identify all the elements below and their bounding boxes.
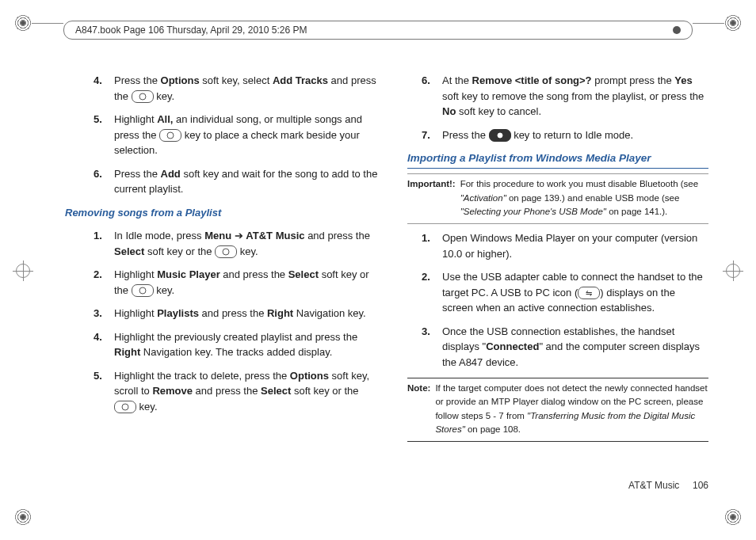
section-importing-playlist: Importing a Playlist from Windows Media … (407, 150, 708, 169)
side-registration-left (13, 260, 33, 281)
remove-step-1: 1. In Idle mode, press Menu ➔ AT&T Music… (94, 228, 380, 259)
crop-line (32, 23, 63, 24)
ok-key-icon (132, 90, 154, 103)
rule (407, 223, 708, 224)
rule (407, 441, 708, 442)
left-column: 4. Press the Options soft key, select Ad… (79, 73, 380, 492)
step-4: 4. Press the Options soft key, select Ad… (94, 73, 380, 104)
crop-mark-top-right (724, 14, 742, 32)
header-text: A847.book Page 106 Thursday, April 29, 2… (75, 25, 307, 36)
step-5: 5. Highlight All, an individual song, or… (94, 112, 380, 158)
footer-section: AT&T Music (628, 480, 679, 491)
step-7-right: 7. Press the key to return to Idle mode. (422, 127, 708, 143)
crop-mark-bottom-left (14, 508, 32, 526)
remove-step-4: 4. Highlight the previously created play… (94, 329, 380, 360)
step-6-right: 6. At the Remove <title of song>? prompt… (422, 73, 708, 120)
crop-line (693, 23, 724, 24)
usb-pc-icon (578, 287, 600, 299)
page-footer: AT&T Music 106 (628, 478, 708, 492)
header-dot-icon (673, 26, 681, 34)
import-step-1: 1. Open Windows Media Player on your com… (422, 230, 708, 261)
ok-key-icon (114, 401, 136, 413)
step-6: 6. Press the Add soft key and wait for t… (94, 166, 380, 197)
crop-mark-top-left (14, 14, 32, 32)
ok-key-icon (159, 129, 181, 142)
footer-page-number: 106 (693, 480, 708, 491)
side-registration-right (723, 260, 743, 281)
ok-key-icon (132, 284, 154, 297)
remove-step-2: 2. Highlight Music Player and press the … (94, 267, 380, 298)
import-step-2: 2. Use the USB adapter cable to connect … (422, 269, 708, 316)
import-step-3: 3. Once the USB connection establishes, … (422, 324, 708, 371)
ok-key-icon (215, 245, 237, 258)
page-content: 4. Press the Options soft key, select Ad… (79, 73, 708, 492)
crop-mark-bottom-right (724, 508, 742, 526)
note-mtp: Note: If the target computer does not de… (407, 382, 708, 436)
page-header-capsule: A847.book Page 106 Thursday, April 29, 2… (63, 21, 693, 40)
rule (407, 378, 708, 378)
section-removing-songs: Removing songs from a Playlist (65, 205, 380, 221)
remove-step-5: 5. Highlight the track to delete, press … (94, 368, 380, 415)
right-column: 6. At the Remove <title of song>? prompt… (407, 73, 708, 492)
remove-step-3: 3. Highlight Playlists and press the Rig… (94, 306, 380, 321)
rule (407, 173, 708, 174)
important-note: Important!: For this procedure to work y… (407, 177, 708, 219)
end-key-icon (489, 129, 511, 142)
